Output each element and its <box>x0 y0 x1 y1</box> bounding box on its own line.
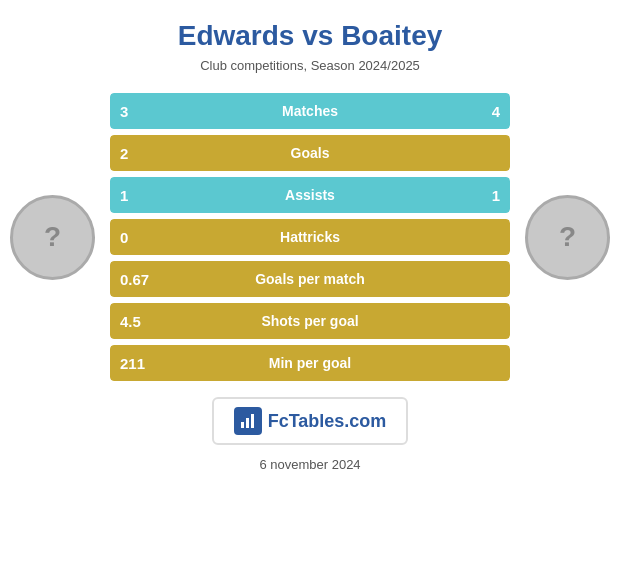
left-player-avatar: ? <box>10 195 95 280</box>
stat-left-value: 211 <box>110 355 160 372</box>
svg-rect-2 <box>251 414 254 428</box>
stats-container: 3Matches42Goals1Assists10Hattricks0.67Go… <box>110 93 510 381</box>
stat-bar-assists: 1Assists1 <box>110 177 510 213</box>
page-title: Edwards vs Boaitey <box>178 20 443 52</box>
svg-rect-1 <box>246 418 249 428</box>
right-player-placeholder: ? <box>559 221 576 253</box>
stat-bar-goals: 2Goals <box>110 135 510 171</box>
stat-right-value: 1 <box>492 187 500 204</box>
stat-left-value: 1 <box>110 187 160 204</box>
stat-bar-goals-per-match: 0.67Goals per match <box>110 261 510 297</box>
stat-left-value: 4.5 <box>110 313 160 330</box>
stat-right-value: 4 <box>492 103 500 120</box>
stat-left-value: 3 <box>110 103 160 120</box>
left-player-placeholder: ? <box>44 221 61 253</box>
main-container: Edwards vs Boaitey Club competitions, Se… <box>0 0 620 580</box>
subtitle: Club competitions, Season 2024/2025 <box>200 58 420 73</box>
stat-label: Min per goal <box>269 355 351 371</box>
stat-row: 211Min per goal <box>110 345 510 381</box>
right-player-avatar: ? <box>525 195 610 280</box>
stat-left-value: 2 <box>110 145 160 162</box>
stat-bar-hattricks: 0Hattricks <box>110 219 510 255</box>
stat-row: 2Goals <box>110 135 510 171</box>
players-row: ? 3Matches42Goals1Assists10Hattricks0.67… <box>10 93 610 381</box>
stat-label: Shots per goal <box>261 313 358 329</box>
stat-left-value: 0.67 <box>110 271 160 288</box>
stat-bar-min-per-goal: 211Min per goal <box>110 345 510 381</box>
stat-left-value: 0 <box>110 229 160 246</box>
stat-label: Goals <box>291 145 330 161</box>
svg-rect-0 <box>241 422 244 428</box>
logo-brand-text: Tables.com <box>289 411 387 431</box>
logo-section: FcTables.com <box>212 397 409 445</box>
stat-row: 0.67Goals per match <box>110 261 510 297</box>
stat-label: Goals per match <box>255 271 365 287</box>
stat-label: Assists <box>285 187 335 203</box>
stat-bar-shots-per-goal: 4.5Shots per goal <box>110 303 510 339</box>
logo-icon <box>234 407 262 435</box>
logo-text: FcTables.com <box>268 411 387 432</box>
stat-row: 3Matches4 <box>110 93 510 129</box>
stat-bar-matches: 3Matches4 <box>110 93 510 129</box>
stat-row: 4.5Shots per goal <box>110 303 510 339</box>
stat-row: 1Assists1 <box>110 177 510 213</box>
stat-row: 0Hattricks <box>110 219 510 255</box>
footer-date: 6 november 2024 <box>259 457 360 472</box>
chart-icon <box>239 412 257 430</box>
stat-label: Hattricks <box>280 229 340 245</box>
stat-label: Matches <box>282 103 338 119</box>
